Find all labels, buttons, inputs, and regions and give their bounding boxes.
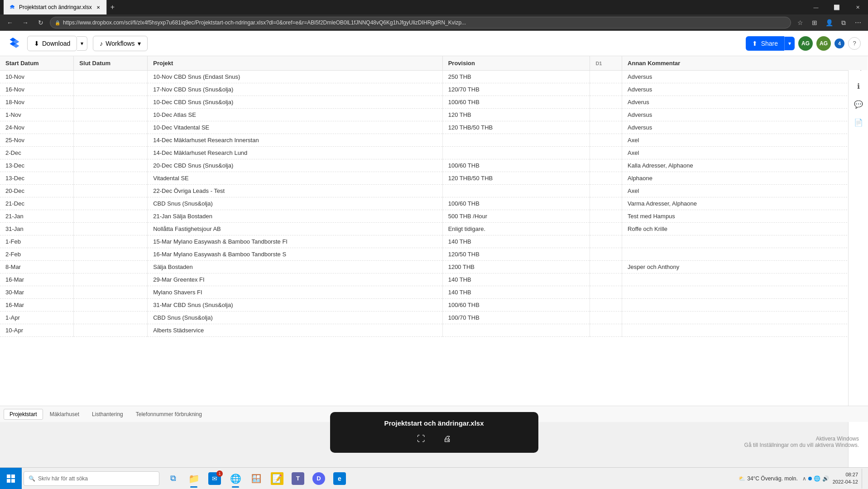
table-row[interactable]: 8-Mar Sälja Bostaden 1200 THB Jesper och… (0, 261, 868, 273)
cell-start: 18-Nov (0, 96, 74, 109)
help-button[interactable]: ? (848, 37, 861, 50)
refresh-button[interactable]: ↻ (34, 16, 47, 29)
cell-projekt: Alberts Städservice (148, 324, 442, 337)
download-dropdown-button[interactable]: ▾ (77, 36, 87, 51)
chrome-app[interactable]: 🌐 (225, 469, 245, 489)
cell-end (74, 312, 148, 324)
favorites-icon[interactable]: ☆ (794, 16, 806, 29)
active-tab[interactable]: Projektstart och ändringar.xlsx ✕ (4, 0, 107, 14)
cell-start: 10-Nov (0, 71, 74, 83)
workflows-button[interactable]: ♪ Workflows ▾ (93, 36, 147, 51)
sheet-tab[interactable]: Listhantering (86, 409, 129, 420)
file-request-icon[interactable]: 📄 (850, 114, 867, 130)
table-row[interactable]: 16-Nov 17-Nov CBD Snus (Snus&olja) 120/7… (0, 83, 868, 96)
table-row[interactable]: 21-Jan 21-Jan Sälja Bostaden 500 THB /Ho… (0, 210, 868, 223)
svg-rect-1 (11, 475, 15, 478)
table-row[interactable]: 13-Dec Vitadental SE 120 THB/50 THB Alph… (0, 172, 868, 185)
maximize-button[interactable]: ⬜ (826, 0, 847, 14)
cell-comment (622, 324, 868, 337)
cell-start: 1-Feb (0, 235, 74, 248)
table-row[interactable]: 2-Dec 14-Dec Mäklarhuset Research Lund A… (0, 147, 868, 159)
table-row[interactable]: 10-Apr Alberts Städservice (0, 324, 868, 337)
print-preview-button[interactable]: 🖨 (440, 432, 455, 446)
tray-clock[interactable]: 08:27 2022-04-12 (831, 471, 860, 485)
workflows-icon: ♪ (100, 40, 103, 47)
forward-button[interactable]: → (19, 16, 32, 29)
chevron-up-icon[interactable]: ∧ (802, 475, 806, 482)
tab-close-btn[interactable]: ✕ (96, 4, 101, 11)
minimize-button[interactable]: — (806, 0, 826, 14)
taskview-app[interactable]: ⧉ (163, 469, 183, 489)
expand-preview-button[interactable]: ⛶ (413, 432, 429, 446)
show-desktop-button[interactable] (862, 469, 864, 489)
discord-app[interactable]: D (309, 469, 329, 489)
cell-d1 (590, 134, 622, 147)
title-bar: Projektstart och ändringar.xlsx ✕ + — ⬜ … (0, 0, 868, 14)
sheet-tab[interactable]: Mäklarhuset (44, 409, 85, 420)
new-tab-button[interactable]: + (107, 3, 118, 11)
cell-end (74, 134, 148, 147)
taskbar-search[interactable]: 🔍 Skriv här för att söka (24, 471, 159, 486)
table-row[interactable]: 18-Nov 10-Dec CBD Snus (Snus&olja) 100/6… (0, 96, 868, 109)
avatar-count[interactable]: 4 (834, 38, 844, 48)
network-icon[interactable]: 🌐 (814, 475, 820, 482)
comment-icon[interactable]: 💬 (850, 96, 867, 112)
cell-start: 20-Dec (0, 185, 74, 197)
profile-icon[interactable]: 👤 (823, 16, 835, 29)
cell-end (74, 159, 148, 172)
cell-d1 (590, 71, 622, 83)
cell-d1 (590, 248, 622, 261)
address-text: https://www.dropbox.com/scl/fi/zlx4f5hsy… (63, 19, 786, 26)
avatar-ag1[interactable]: AG (798, 36, 813, 51)
table-row[interactable]: 21-Dec CBD Snus (Snus&olja) 100/60 THB V… (0, 197, 868, 210)
sheet-tab[interactable]: Telefonnummer förbrukning (130, 409, 208, 420)
share-dropdown-button[interactable]: ▾ (784, 37, 795, 50)
teams-app[interactable]: T (288, 469, 308, 489)
sheet-tab[interactable]: Projektstart (4, 409, 43, 420)
table-row[interactable]: 24-Nov 10-Dec Vitadental SE 120 THB/50 T… (0, 121, 868, 134)
title-bar-left: Projektstart och ändringar.xlsx ✕ + (4, 0, 118, 14)
cell-provision: 120 THB (442, 109, 590, 121)
cell-d1 (590, 235, 622, 248)
table-row[interactable]: 25-Nov 14-Dec Mäklarhuset Research Inner… (0, 134, 868, 147)
tray-weather[interactable]: ⛅ 34°C Överväg. moln. (736, 475, 801, 482)
sound-icon[interactable]: 🔊 (822, 475, 829, 482)
close-button[interactable]: ✕ (847, 0, 868, 14)
table-row[interactable]: 16-Mar 31-Mar CBD Snus (Snus&olja) 100/6… (0, 299, 868, 312)
table-row[interactable]: 20-Dec 22-Dec Övriga Leads - Test Axel (0, 185, 868, 197)
browser-actions: ☆ ⊞ 👤 ⧉ ⋯ (794, 16, 864, 29)
table-row[interactable]: 2-Feb 16-Mar Mylano Easywash & Bamboo Ta… (0, 248, 868, 261)
cell-d1 (590, 96, 622, 109)
extensions-icon[interactable]: ⧉ (837, 16, 850, 29)
avatar-ag2[interactable]: AG (816, 36, 831, 51)
window-controls: — ⬜ ✕ (806, 0, 868, 14)
back-button[interactable]: ← (4, 16, 16, 29)
table-row[interactable]: 1-Feb 15-Mar Mylano Easywash & Bamboo Ta… (0, 235, 868, 248)
table-row[interactable]: 1-Apr CBD Snus (Snus&olja) 100/70 THB (0, 312, 868, 324)
table-row[interactable]: 1-Nov 10-Dec Atlas SE 120 THB Adversus (0, 109, 868, 121)
mail-app[interactable]: ✉ 1 (205, 469, 225, 489)
table-row[interactable]: 16-Mar 29-Mar Greentex FI 140 THB (0, 273, 868, 286)
collections-icon[interactable]: ⊞ (808, 16, 821, 29)
table-row[interactable]: 30-Mar Mylano Shavers FI 140 THB (0, 286, 868, 299)
table-row[interactable]: 10-Nov 10-Nov CBD Snus (Endast Snus) 250… (0, 71, 868, 83)
info-icon[interactable]: ℹ (850, 78, 867, 94)
cell-d1 (590, 185, 622, 197)
app4[interactable]: 🪟 (246, 469, 266, 489)
address-bar[interactable]: 🔒 https://www.dropbox.com/scl/fi/zlx4f5h… (50, 17, 791, 29)
share-button[interactable]: ⬆ Share (746, 36, 784, 51)
table-row[interactable]: 13-Dec 20-Dec CBD Snus (Snus&olja) 100/6… (0, 159, 868, 172)
edge-app[interactable]: e (330, 469, 350, 489)
cell-comment: Alphaone (622, 172, 868, 185)
download-button[interactable]: ⬇ Download (27, 36, 77, 51)
cell-comment: Adversus (622, 71, 868, 83)
cell-start: 2-Dec (0, 147, 74, 159)
file-explorer-app[interactable]: 📁 (184, 469, 204, 489)
share-label: Share (761, 40, 778, 47)
cell-comment: Jesper och Anthony (622, 261, 868, 273)
menu-icon[interactable]: ⋯ (852, 16, 864, 29)
cell-end (74, 197, 148, 210)
table-row[interactable]: 31-Jan Nollåtta Fastighetsjour AB Enligt… (0, 223, 868, 235)
sticky-notes-app[interactable]: 📝 (267, 469, 287, 489)
start-button[interactable] (0, 468, 22, 489)
